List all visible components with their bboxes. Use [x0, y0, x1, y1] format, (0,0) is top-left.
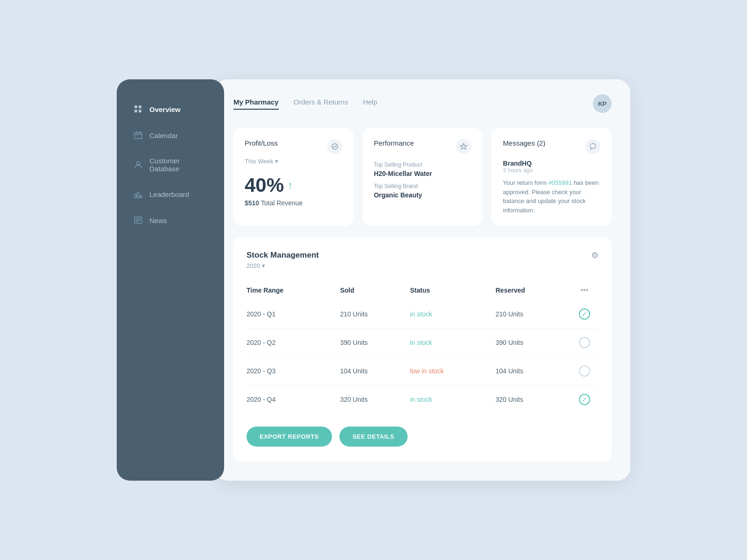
- profit-loss-card: Profit/Loss This Week ▾ 40% ↑: [233, 128, 353, 226]
- table-row: 2020 - Q4 320 Units in stock 320 Units ✓: [247, 385, 599, 414]
- table-row: 2020 - Q3 104 Units low in stock 104 Uni…: [247, 357, 599, 385]
- messages-header: Messages (2): [503, 139, 600, 154]
- stock-management-card: Stock Management ⚙ 2020 ▾ Time Range Sol…: [233, 237, 612, 462]
- trend-up-icon: ↑: [288, 179, 293, 192]
- col-time-range: Time Range: [247, 280, 340, 300]
- message-link[interactable]: #055991: [548, 179, 572, 186]
- cell-reserved: 210 Units: [495, 300, 570, 329]
- check-icon: ✓: [579, 394, 590, 405]
- profit-loss-title: Profit/Loss: [245, 139, 278, 147]
- cell-time-range: 2020 - Q1: [247, 300, 340, 329]
- sidebar-label-calendar: Calendar: [149, 132, 178, 140]
- news-icon: [134, 216, 143, 225]
- nav-orders-returns[interactable]: Orders & Returns: [294, 98, 348, 110]
- cell-status: low in stock: [410, 357, 495, 385]
- table-row: 2020 - Q1 210 Units in stock 210 Units ✓: [247, 300, 599, 329]
- revenue-text: $510 Total Revenue: [245, 199, 342, 207]
- cell-check[interactable]: [570, 357, 599, 385]
- cell-sold: 320 Units: [340, 385, 410, 414]
- cell-time-range: 2020 - Q2: [247, 329, 340, 357]
- stock-title: Stock Management: [247, 251, 319, 260]
- performance-icon: [456, 139, 471, 154]
- profit-loss-period[interactable]: This Week ▾: [245, 158, 342, 165]
- message-sender: BrandHQ: [503, 160, 600, 167]
- stock-table: Time Range Sold Status Reserved ••• 2020…: [247, 280, 599, 413]
- main-content: My Pharmacy Orders & Returns Help KP Pro…: [215, 79, 630, 481]
- messages-title: Messages (2): [503, 139, 545, 147]
- cell-sold: 390 Units: [340, 329, 410, 357]
- cell-status: in stock: [410, 329, 495, 357]
- check-icon: ✓: [579, 308, 590, 320]
- svg-rect-3: [139, 110, 141, 112]
- nav-my-pharmacy[interactable]: My Pharmacy: [233, 98, 279, 110]
- customer-database-icon: [134, 160, 143, 169]
- sidebar-label-customer-database: Customer Database: [149, 157, 207, 173]
- top-brand-label: Top Selling Brand: [374, 183, 472, 189]
- svg-rect-2: [134, 110, 137, 112]
- col-more: •••: [570, 280, 599, 300]
- filter-icon[interactable]: ⚙: [591, 250, 599, 260]
- performance-card: Performance Top Selling Product H20-Mice…: [363, 128, 483, 226]
- overview-icon: [134, 105, 143, 114]
- sidebar-item-calendar[interactable]: Calendar: [120, 124, 220, 147]
- leaderboard-icon: [134, 189, 143, 199]
- sidebar-label-overview: Overview: [149, 105, 181, 113]
- top-brand-value: Organic Beauty: [374, 191, 472, 199]
- cell-sold: 210 Units: [340, 300, 410, 329]
- profit-percentage: 40% ↑: [245, 174, 342, 196]
- svg-rect-4: [134, 133, 142, 139]
- cell-sold: 104 Units: [340, 357, 410, 385]
- cell-status: in stock: [410, 385, 495, 414]
- col-status: Status: [410, 280, 495, 300]
- top-product-value: H20-Micellar Water: [374, 170, 472, 177]
- svg-rect-0: [134, 105, 137, 108]
- export-button[interactable]: EXPORT REPORTS: [247, 427, 332, 447]
- year-selector[interactable]: 2020 ▾: [247, 262, 599, 269]
- sidebar: Overview Calendar Customer Database: [117, 79, 224, 481]
- cell-check[interactable]: ✓: [570, 300, 599, 329]
- cell-check[interactable]: [570, 329, 599, 357]
- message-time: 3 hours ago: [503, 167, 600, 174]
- sidebar-item-customer-database[interactable]: Customer Database: [120, 150, 220, 179]
- see-details-button[interactable]: SEE DETAILS: [339, 427, 408, 447]
- col-sold: Sold: [340, 280, 410, 300]
- profit-loss-icon: [327, 139, 342, 154]
- cell-time-range: 2020 - Q4: [247, 385, 340, 414]
- svg-rect-1: [139, 105, 141, 108]
- cell-reserved: 320 Units: [495, 385, 570, 414]
- actions-row: EXPORT REPORTS SEE DETAILS: [247, 427, 599, 447]
- message-body: Your return form #055991 has been approv…: [503, 178, 600, 215]
- nav-help[interactable]: Help: [363, 98, 377, 110]
- calendar-icon: [134, 131, 143, 140]
- top-nav: My Pharmacy Orders & Returns Help KP: [233, 94, 612, 113]
- sidebar-item-overview[interactable]: Overview: [120, 98, 220, 120]
- cell-reserved: 104 Units: [495, 357, 570, 385]
- svg-rect-10: [137, 192, 139, 198]
- cell-reserved: 390 Units: [495, 329, 570, 357]
- cell-check[interactable]: ✓: [570, 385, 599, 414]
- messages-icon: [585, 139, 600, 154]
- cell-status: in stock: [410, 300, 495, 329]
- col-reserved: Reserved: [495, 280, 570, 300]
- table-header-row: Time Range Sold Status Reserved •••: [247, 280, 599, 300]
- stock-header: Stock Management ⚙: [247, 250, 599, 260]
- check-icon: [579, 337, 590, 348]
- app-wrapper: Overview Calendar Customer Database: [117, 79, 630, 481]
- profit-loss-header: Profit/Loss: [245, 139, 342, 154]
- check-icon: [579, 365, 590, 377]
- sidebar-label-leaderboard: Leaderboard: [149, 190, 189, 198]
- top-product-label: Top Selling Product: [374, 161, 472, 168]
- nav-links: My Pharmacy Orders & Returns Help: [233, 98, 593, 110]
- cards-row: Profit/Loss This Week ▾ 40% ↑: [233, 128, 612, 226]
- cell-time-range: 2020 - Q3: [247, 357, 340, 385]
- performance-title: Performance: [374, 139, 414, 147]
- svg-point-8: [137, 162, 140, 165]
- messages-card: Messages (2) BrandHQ 3 hours ago Your re…: [492, 128, 612, 226]
- sidebar-item-news[interactable]: News: [120, 209, 220, 231]
- table-row: 2020 - Q2 390 Units in stock 390 Units: [247, 329, 599, 357]
- svg-rect-11: [140, 196, 142, 198]
- sidebar-label-news: News: [149, 217, 167, 224]
- sidebar-item-leaderboard[interactable]: Leaderboard: [120, 183, 220, 205]
- user-avatar[interactable]: KP: [593, 94, 612, 113]
- svg-rect-9: [134, 194, 136, 198]
